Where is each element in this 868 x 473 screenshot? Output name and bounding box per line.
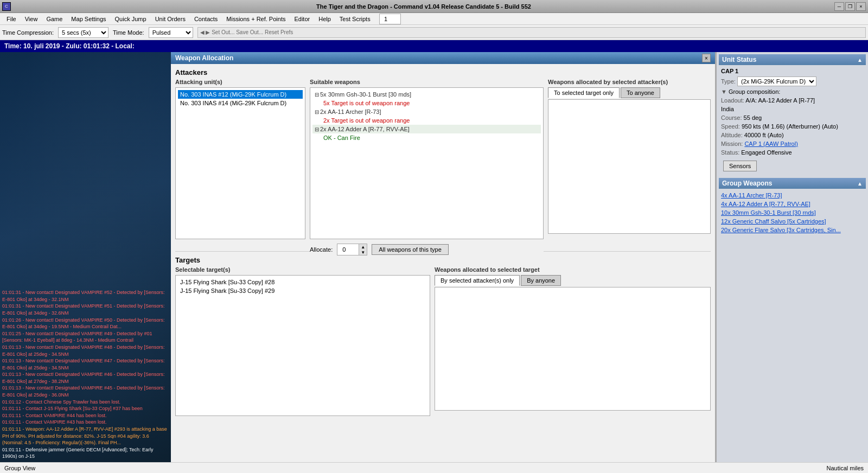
log-entry: 01:01:13 - New contact! Designated VAMPI… <box>2 357 169 371</box>
altitude-label: Altitude: <box>721 132 743 138</box>
sensors-btn-container: Sensors <box>719 157 866 175</box>
unit-status-minimize[interactable]: ▲ <box>857 57 863 63</box>
weapon-link[interactable]: 20x Generic Flare Salvo [3x Cartridges, … <box>719 226 866 234</box>
quick-jump-input[interactable]: 1 <box>379 14 401 24</box>
log-entry: 01:01:25 - New contact! Designated VAMPI… <box>2 330 169 344</box>
status-label: Status: <box>721 149 739 156</box>
weapon-tree-child: 5x Target is out of weapon range <box>312 99 541 107</box>
loadout-value: A/A: AA-12 Adder A [R-77] <box>745 97 815 104</box>
selectable-targets-label: Selectable target(s) <box>175 266 430 273</box>
unit-name-row: CAP 1 <box>719 67 866 75</box>
menu-missions[interactable]: Missions + Ref. Points <box>222 15 290 23</box>
weapons-to-target-label: Weapons allocated to selected target <box>435 266 711 273</box>
event-log: 01:01:31 - New contact! Designated VAMPI… <box>0 52 171 462</box>
sensors-button[interactable]: Sensors <box>723 161 757 171</box>
speed-value: 950 kts (M 1.66) (Afterburner) (Auto) <box>742 123 838 130</box>
loadout-row: Loadout: A/A: AA-12 Adder A [R-77] <box>719 97 866 104</box>
attacking-units-panel[interactable]: No. 303 INAS #12 (MiG-29K Fulcrum D) No.… <box>175 87 305 239</box>
time-display: Time: 10. juli 2019 - Zulu: 01:01:32 - L… <box>4 42 135 50</box>
weapon-link[interactable]: 10x 30mm Gsh-30-1 Burst [30 rnds] <box>719 208 866 217</box>
allocated-weapons-panel[interactable] <box>548 99 711 234</box>
india-value: India <box>721 106 734 112</box>
allocated-weapons-label: Weapons allocated by selected attacker(s… <box>548 79 711 85</box>
attacking-units-label: Attacking unit(s) <box>175 79 305 85</box>
allocated-tabs: To selected target only To anyone <box>548 87 711 98</box>
spin-down-button[interactable]: ▼ <box>359 250 367 255</box>
map-area[interactable]: 01:01:31 - New contact! Designated VAMPI… <box>0 52 171 462</box>
weapon-tree-item[interactable]: ⊟2x AA-12 Adder A [R-77, RVV-AE] <box>312 125 541 133</box>
menu-contacts[interactable]: Contacts <box>190 15 222 23</box>
unit-status-title: Unit Status <box>722 56 756 63</box>
allocate-spin[interactable]: ▲ ▼ <box>337 244 367 255</box>
menu-bar: File View Game Map Settings Quick Jump U… <box>0 13 868 25</box>
spin-up-button[interactable]: ▲ <box>359 244 367 250</box>
type-label: Type: <box>721 78 736 85</box>
india-row: India <box>719 105 866 113</box>
menu-editor[interactable]: Editor <box>290 15 314 23</box>
log-entry: 01:01:13 - New contact! Designated VAMPI… <box>2 344 169 357</box>
log-entry: 01:01:31 - New contact! Designated VAMPI… <box>2 303 169 316</box>
toolbar-nav-area: ◀ ▶ Set Out... Save Out... Reset Prefs <box>197 27 866 38</box>
menu-map-settings[interactable]: Map Settings <box>67 15 110 23</box>
tab-to-selected-target[interactable]: To selected target only <box>548 87 620 98</box>
menu-view[interactable]: View <box>21 15 42 23</box>
restore-button[interactable]: ❐ <box>845 2 855 11</box>
weapon-link[interactable]: 4x AA-12 Adder A [R-77, RVV-AE] <box>719 200 866 208</box>
speed-row: Speed: 950 kts (M 1.66) (Afterburner) (A… <box>719 123 866 130</box>
loadout-label: Loadout: <box>721 97 744 104</box>
group-composition-label: ▼ <box>721 88 729 95</box>
tab-by-anyone[interactable]: By anyone <box>521 275 561 286</box>
log-entry: 01:01:13 - New contact! Designated VAMPI… <box>2 385 169 398</box>
weapons-to-target-panel[interactable] <box>435 287 711 411</box>
course-label: Course: <box>721 114 742 121</box>
tab-to-anyone[interactable]: To anyone <box>621 87 660 98</box>
log-entry: 01:01:31 - New contact! Designated VAMPI… <box>2 289 169 303</box>
time-mode-label: Time Mode: <box>113 29 144 36</box>
dialog-title-bar: Weapon Allocation × <box>171 52 715 64</box>
menu-test-scripts[interactable]: Test Scripts <box>335 15 375 23</box>
menu-help[interactable]: Help <box>314 15 335 23</box>
attacking-unit-item[interactable]: No. 303 INAS #14 (MiG-29K Fulcrum D) <box>178 99 303 107</box>
mission-link[interactable]: CAP 1 (AAW Patrol) <box>744 140 797 147</box>
group-weapons-minimize[interactable]: ▲ <box>857 181 863 187</box>
unit-status-panel: Unit Status ▲ CAP 1 Type: (2x MiG-29K Fu… <box>716 52 868 462</box>
weapon-link[interactable]: 4x AA-11 Archer [R-73] <box>719 191 866 200</box>
status-row: Status: Engaged Offensive <box>719 149 866 156</box>
menu-file[interactable]: File <box>2 15 21 23</box>
all-weapons-button[interactable]: All weapons of this type <box>372 244 449 255</box>
weapon-tree-item[interactable]: ⊟2x AA-11 Archer [R-73] <box>312 107 541 116</box>
tree-expander[interactable]: ⊟ <box>315 109 319 115</box>
close-button[interactable]: × <box>856 2 866 11</box>
menu-quick-jump[interactable]: Quick Jump <box>111 15 151 23</box>
menu-unit-orders[interactable]: Unit Orders <box>151 15 190 23</box>
allocate-bar: Allocate: ▲ ▼ All weapons of this type <box>310 241 544 258</box>
tab-by-selected-attacker[interactable]: By selected attacker(s) only <box>435 275 520 286</box>
log-entry: 01:01:11 - Contact J-15 Flying Shark [Su… <box>2 405 169 412</box>
weapon-tree-item[interactable]: ⊟5x 30mm Gsh-30-1 Burst [30 mds] <box>312 90 541 99</box>
weapon-tree-child: OK - Can Fire <box>312 133 541 142</box>
allocate-input[interactable] <box>337 244 359 255</box>
group-composition-row: ▼ Group composition: <box>719 88 866 95</box>
unit-name: CAP 1 <box>721 68 738 74</box>
weapons-to-target-tabs: By selected attacker(s) only By anyone <box>435 275 711 286</box>
time-compression-select[interactable]: 5 secs (5x) 1 sec (1x) 15 secs (15x) 30 … <box>58 27 108 38</box>
log-entry: 01:01:11 - Defensive jammer (Generic DEC… <box>2 446 169 460</box>
target-item[interactable]: J-15 Flying Shark [Su-33 Copy] #28 <box>178 278 427 286</box>
weapon-tree-child: 2x Target is out of weapon range <box>312 116 541 125</box>
dialog-close-button[interactable]: × <box>702 54 711 62</box>
log-entry: 01:01:26 - New contact! Designated VAMPI… <box>2 317 169 330</box>
tree-expander[interactable]: ⊟ <box>315 126 319 132</box>
selectable-targets-panel[interactable]: J-15 Flying Shark [Su-33 Copy] #28 J-15 … <box>175 275 430 416</box>
target-item[interactable]: J-15 Flying Shark [Su-33 Copy] #29 <box>178 286 427 295</box>
menu-game[interactable]: Game <box>42 15 67 23</box>
tree-expander[interactable]: ⊟ <box>315 92 319 98</box>
weapon-link[interactable]: 12x Generic Chaff Salvo [5x Cartridges] <box>719 217 866 226</box>
title-bar: C The Tiger and the Dragon - Command v1.… <box>0 0 868 13</box>
bottom-left-text: Group View <box>4 465 35 471</box>
minimize-button[interactable]: ─ <box>834 2 844 11</box>
attacking-unit-item[interactable]: No. 303 INAS #12 (MiG-29K Fulcrum D) <box>178 90 303 99</box>
suitable-weapons-panel[interactable]: ⊟5x 30mm Gsh-30-1 Burst [30 mds] 5x Targ… <box>310 87 544 239</box>
type-select[interactable]: (2x MiG-29K Fulcrum D) <box>737 76 816 86</box>
mission-row: Mission: CAP 1 (AAW Patrol) <box>719 140 866 148</box>
time-mode-select[interactable]: Pulsed Continuous <box>149 27 193 38</box>
